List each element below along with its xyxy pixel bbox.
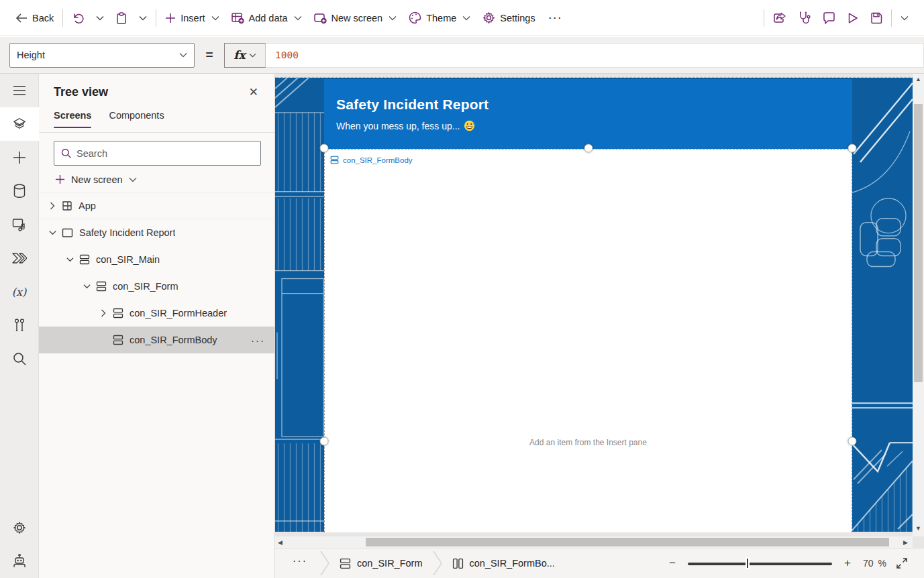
add-data-label: Add data (249, 13, 288, 23)
data-icon[interactable] (0, 174, 39, 208)
zoom-out-button[interactable]: − (666, 557, 678, 570)
chevron-down-icon (389, 15, 397, 21)
paste-button[interactable] (110, 6, 133, 30)
search-input[interactable] (76, 148, 254, 159)
app-icon (62, 200, 72, 211)
breadcrumb-con-sir-form[interactable]: con_SIR_Form (330, 558, 432, 569)
chevron-right-icon[interactable] (98, 309, 109, 317)
zoom-slider-knob[interactable] (746, 557, 750, 569)
settings-gear-icon (482, 11, 495, 24)
tree-item-label: App (79, 200, 96, 211)
container-icon (330, 156, 339, 164)
tab-components[interactable]: Components (109, 110, 164, 132)
tree-view-icon[interactable] (0, 107, 39, 141)
share-button[interactable] (767, 6, 792, 30)
selection-handle-top-right[interactable] (848, 144, 857, 153)
more-options-button[interactable]: ··· (251, 335, 265, 346)
empty-container-hint: Add an item from the Insert pane (325, 438, 852, 447)
back-button[interactable]: Back (9, 6, 60, 30)
form-title: Safety Incident Report (336, 97, 852, 113)
zoom-slider-track (688, 563, 832, 565)
stethoscope-icon (799, 11, 811, 24)
scroll-right-arrow-icon[interactable]: ▶ (903, 539, 908, 546)
add-data-button[interactable]: Add data (225, 6, 308, 30)
form-header[interactable]: Safety Incident Report When you mess up,… (324, 79, 852, 149)
new-screen-button-panel[interactable]: New screen (39, 167, 274, 192)
paste-dropdown[interactable] (133, 6, 153, 30)
zoom-percentage: 70 % (863, 558, 886, 569)
scroll-down-arrow-icon[interactable]: ▼ (915, 525, 921, 532)
selection-handle-top-left[interactable] (320, 144, 329, 153)
chevron-down-icon[interactable] (64, 257, 75, 262)
chevron-down-icon (249, 53, 256, 58)
scroll-up-arrow-icon[interactable]: ▲ (915, 76, 921, 82)
tree-item-con-sir-formbody[interactable]: con_SIR_FormBody ··· (39, 327, 274, 353)
menu-icon[interactable] (0, 74, 39, 107)
formula-input[interactable] (266, 43, 924, 68)
insert-button[interactable]: Insert (159, 6, 225, 30)
tree-panel-header: Tree view ✕ (39, 74, 274, 110)
form-body-container[interactable]: con_SIR_FormBody Add an item from the In… (324, 149, 852, 532)
tree-view-panel: Tree view ✕ Screens Components New scree… (39, 74, 275, 578)
theme-label: Theme (426, 13, 456, 23)
zoom-slider[interactable] (688, 557, 832, 569)
tree-item-con-sir-formheader[interactable]: con_SIR_FormHeader (39, 300, 274, 327)
insert-icon[interactable] (0, 141, 39, 174)
search-icon[interactable] (0, 342, 39, 375)
tree-item-label: con_SIR_Form (113, 281, 178, 292)
tree-item-app[interactable]: App (39, 192, 274, 219)
comments-button[interactable] (817, 6, 841, 30)
toolbar-overflow-button[interactable]: ··· (542, 11, 569, 25)
insert-label: Insert (181, 13, 205, 23)
close-icon[interactable]: ✕ (245, 82, 262, 102)
search-box[interactable] (54, 141, 261, 166)
save-button[interactable] (864, 6, 888, 30)
tree-item-con-sir-form[interactable]: con_SIR_Form (39, 273, 274, 300)
variables-icon[interactable]: (x) (0, 275, 39, 308)
status-bar: ··· con_SIR_Form con_SIR_FormBo... − + 7… (275, 548, 924, 578)
undo-dropdown[interactable] (90, 6, 110, 30)
selection-handle-middle-left[interactable] (320, 437, 329, 446)
breadcrumb-label: con_SIR_Form (357, 558, 423, 569)
app-checker-button[interactable] (792, 6, 817, 30)
vertical-scrollbar[interactable]: ▲ ▼ (913, 74, 924, 536)
virtual-agent-icon[interactable] (0, 544, 39, 578)
vertical-scrollbar-thumb[interactable] (914, 104, 923, 382)
breadcrumb-overflow-button[interactable]: ··· (275, 555, 319, 571)
settings-icon[interactable] (0, 511, 39, 544)
zoom-in-button[interactable]: + (841, 557, 854, 570)
horizontal-scrollbar[interactable]: ◀ ▶ (275, 536, 913, 548)
canvas-viewport[interactable]: Safety Incident Report When you mess up,… (275, 77, 913, 532)
media-icon[interactable] (0, 208, 39, 241)
scroll-left-arrow-icon[interactable]: ◀ (278, 539, 283, 546)
selection-handle-middle-right[interactable] (848, 437, 857, 446)
settings-button[interactable]: Settings (476, 6, 541, 30)
chevron-down-icon[interactable] (47, 230, 58, 235)
theme-button[interactable]: Theme (403, 6, 476, 30)
power-automate-icon[interactable] (0, 241, 39, 275)
container-horizontal-icon (452, 558, 464, 569)
undo-button[interactable] (66, 6, 90, 30)
container-icon (113, 308, 123, 319)
save-dropdown[interactable] (894, 6, 915, 30)
tab-screens[interactable]: Screens (54, 110, 91, 132)
tree-item-con-sir-main[interactable]: con_SIR_Main (39, 246, 274, 273)
property-selector[interactable]: Height (9, 43, 195, 68)
paste-icon (116, 12, 127, 24)
chevron-right-icon[interactable] (47, 202, 58, 210)
breadcrumb-separator (319, 550, 330, 577)
selection-handle-top-center[interactable] (584, 144, 593, 153)
chevron-down-icon[interactable] (81, 284, 92, 289)
preview-button[interactable] (841, 6, 864, 30)
new-screen-label: New screen (71, 174, 123, 185)
container-icon (96, 281, 107, 292)
fit-to-window-icon[interactable] (896, 557, 908, 569)
fx-dropdown[interactable]: fx (224, 43, 266, 68)
advanced-tools-icon[interactable] (0, 308, 39, 342)
horizontal-scrollbar-thumb[interactable] (366, 538, 889, 546)
new-screen-button[interactable]: New screen (308, 6, 403, 30)
sweat-smile-emoji-icon (464, 120, 475, 131)
breadcrumb-con-sir-formbody[interactable]: con_SIR_FormBo... (443, 558, 564, 569)
tree-item-screen[interactable]: Safety Incident Report (39, 219, 274, 246)
screen-icon (62, 228, 73, 238)
